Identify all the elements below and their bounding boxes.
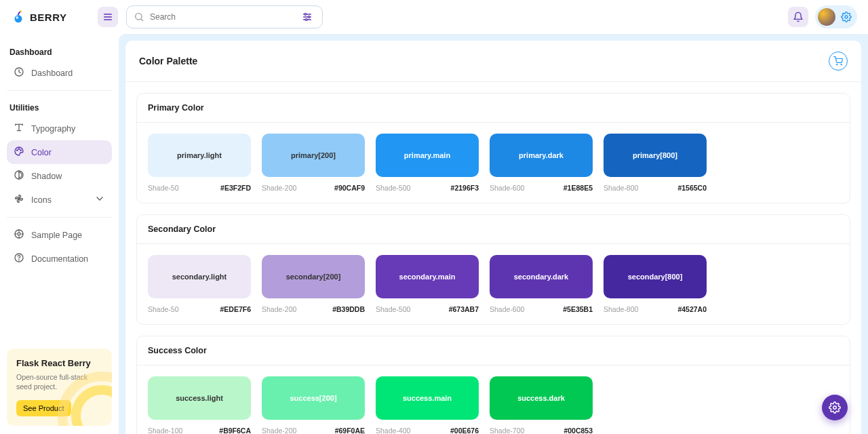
- svg-point-1: [16, 16, 18, 19]
- logo-text: BERRY: [30, 12, 66, 23]
- search-filter-button[interactable]: [299, 9, 315, 25]
- notifications-button[interactable]: [788, 7, 808, 27]
- toggle-sidebar-button[interactable]: [98, 7, 118, 27]
- color-swatch[interactable]: secondary.main: [376, 255, 479, 298]
- gear-icon: [841, 12, 852, 22]
- svg-point-16: [17, 150, 18, 151]
- svg-point-26: [833, 406, 837, 410]
- hex-value: #673AB7: [449, 305, 479, 313]
- hex-value: #B9F6CA: [219, 427, 251, 434]
- sidebar-item-label: Icons: [31, 195, 52, 205]
- shade-label: Shade-100: [148, 427, 182, 434]
- sidebar-item-shadow[interactable]: Shadow: [7, 164, 112, 188]
- shade-label: Shade-700: [490, 427, 524, 434]
- color-swatch[interactable]: success[200]: [262, 376, 365, 420]
- search-box[interactable]: [126, 5, 323, 28]
- hex-value: #B39DDB: [332, 305, 365, 313]
- sidebar-item-color[interactable]: Color: [7, 140, 112, 164]
- color-swatch[interactable]: primary[800]: [604, 134, 707, 177]
- sidebar-item-label: Shadow: [31, 172, 62, 181]
- sidebar-item-label: Documentation: [31, 254, 88, 264]
- svg-line-7: [141, 19, 143, 21]
- svg-point-13: [305, 19, 307, 21]
- svg-point-23: [19, 260, 20, 260]
- swatch-column: secondary.lightShade-50#EDE7F6: [148, 255, 251, 313]
- avatar: [818, 8, 835, 26]
- svg-point-6: [136, 14, 142, 20]
- swatch-column: secondary.mainShade-500#673AB7: [376, 255, 479, 313]
- shade-label: Shade-800: [604, 184, 638, 192]
- svg-point-2: [20, 10, 22, 12]
- color-swatch[interactable]: primary.light: [148, 134, 251, 177]
- panel-title: Secondary Color: [137, 215, 850, 244]
- promo-card: Flask React Berry Open-source full-stack…: [7, 349, 112, 426]
- swatch-column: primary.darkShade-600#1E88E5: [490, 134, 593, 192]
- page-header: Color Palette: [125, 41, 861, 82]
- swatch-column: secondary[200]Shade-200#B39DDB: [262, 255, 365, 313]
- profile-menu-button[interactable]: [815, 5, 857, 28]
- svg-point-11: [308, 16, 310, 18]
- svg-point-0: [15, 15, 22, 22]
- dashboard-icon: [14, 66, 24, 79]
- swatch-column: primary[800]Shade-800#1565C0: [604, 134, 707, 192]
- color-swatch[interactable]: success.main: [376, 376, 479, 420]
- shade-label: Shade-800: [604, 305, 638, 313]
- shade-label: Shade-200: [262, 184, 296, 192]
- shade-label: Shade-200: [262, 305, 296, 313]
- store-link-button[interactable]: [829, 52, 848, 71]
- shade-label: Shade-500: [376, 184, 410, 192]
- swatch-column: success.mainShade-400#00E676: [376, 376, 479, 434]
- sidebar-item-dashboard[interactable]: Dashboard: [7, 61, 112, 85]
- swatch-column: secondary.darkShade-600#5E35B1: [490, 255, 593, 313]
- swatch-column: success[200]Shade-200#69F0AE: [262, 376, 365, 434]
- palette-icon: [14, 146, 24, 159]
- hex-value: #4527A0: [677, 305, 707, 313]
- svg-point-24: [837, 64, 837, 65]
- color-swatch[interactable]: primary.dark: [490, 134, 593, 177]
- color-swatch[interactable]: success.light: [148, 376, 251, 420]
- shade-label: Shade-600: [490, 305, 524, 313]
- color-swatch[interactable]: secondary[800]: [604, 255, 707, 298]
- sidebar-item-label: Sample Page: [31, 231, 82, 240]
- color-panel: Secondary Colorsecondary.lightShade-50#E…: [136, 214, 850, 325]
- settings-fab[interactable]: [822, 395, 848, 420]
- hex-value: #EDE7F6: [220, 305, 251, 313]
- shade-label: Shade-50: [148, 305, 179, 313]
- color-swatch[interactable]: primary[200]: [262, 134, 365, 177]
- swatch-column: success.lightShade-100#B9F6CA: [148, 376, 251, 434]
- sidebar-item-sample-page[interactable]: Sample Page: [7, 223, 112, 247]
- hex-value: #E3F2FD: [220, 184, 251, 192]
- svg-point-21: [18, 233, 20, 235]
- page-title: Color Palette: [139, 56, 197, 66]
- shadow-icon: [14, 170, 24, 182]
- color-swatch[interactable]: secondary.dark: [490, 255, 593, 298]
- help-icon: [14, 252, 24, 265]
- nav-divider: [7, 90, 112, 91]
- color-panel: Primary Colorprimary.lightShade-50#E3F2F…: [136, 93, 850, 203]
- swatch-column: success.darkShade-700#00C853: [490, 376, 593, 434]
- search-input[interactable]: [150, 12, 294, 22]
- svg-point-14: [845, 16, 848, 18]
- sidebar-item-icons[interactable]: Icons: [7, 188, 112, 212]
- shade-label: Shade-50: [148, 184, 179, 192]
- color-swatch[interactable]: primary.main: [376, 134, 479, 177]
- nav-section-utilities: Utilities: [7, 96, 112, 117]
- color-panel: Success Colorsuccess.lightShade-100#B9F6…: [136, 336, 850, 434]
- svg-point-17: [18, 149, 19, 149]
- color-swatch[interactable]: secondary[200]: [262, 255, 365, 298]
- color-swatch[interactable]: secondary.light: [148, 255, 251, 298]
- windmill-icon: [14, 193, 24, 206]
- color-swatch[interactable]: success.dark: [490, 376, 593, 420]
- swatch-column: secondary[800]Shade-800#4527A0: [604, 255, 707, 313]
- shade-label: Shade-500: [376, 305, 410, 313]
- sidebar-item-documentation[interactable]: Documentation: [7, 247, 112, 271]
- app-header: BERRY: [0, 0, 868, 34]
- sidebar-item-typography[interactable]: Typography: [7, 117, 112, 140]
- swatch-column: primary.lightShade-50#E3F2FD: [148, 134, 251, 192]
- sidebar-item-label: Dashboard: [31, 68, 73, 78]
- hex-value: #00C853: [564, 427, 593, 434]
- hex-value: #1565C0: [677, 184, 707, 192]
- hex-value: #5E35B1: [563, 305, 593, 313]
- logo[interactable]: BERRY: [11, 9, 98, 24]
- sidebar: Dashboard Dashboard Utilities Typography…: [0, 0, 119, 434]
